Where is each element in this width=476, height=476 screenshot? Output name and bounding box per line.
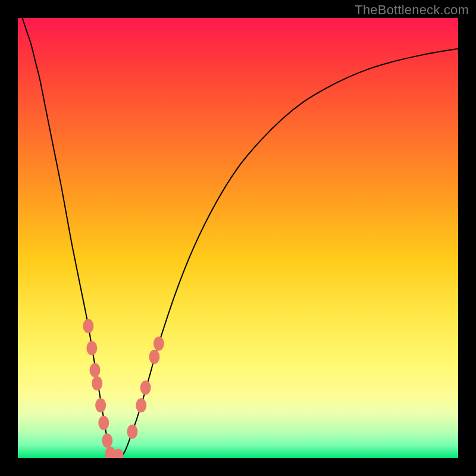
data-marker: [136, 398, 146, 412]
data-marker: [92, 376, 102, 390]
plot-area: [18, 18, 458, 458]
data-marker: [102, 433, 112, 447]
data-marker: [127, 425, 137, 439]
data-marker: [154, 337, 164, 351]
data-marker: [149, 350, 159, 364]
chart-svg: [18, 18, 458, 458]
data-marker: [95, 398, 106, 412]
markers-group: [83, 319, 164, 458]
data-marker: [98, 416, 109, 430]
watermark-text: TheBottleneck.com: [355, 2, 469, 18]
data-marker: [86, 341, 97, 355]
bottleneck-curve: [22, 18, 458, 458]
data-marker: [140, 381, 151, 395]
data-marker: [83, 319, 93, 333]
chart-frame: TheBottleneck.com: [0, 0, 476, 476]
data-marker: [90, 363, 101, 377]
